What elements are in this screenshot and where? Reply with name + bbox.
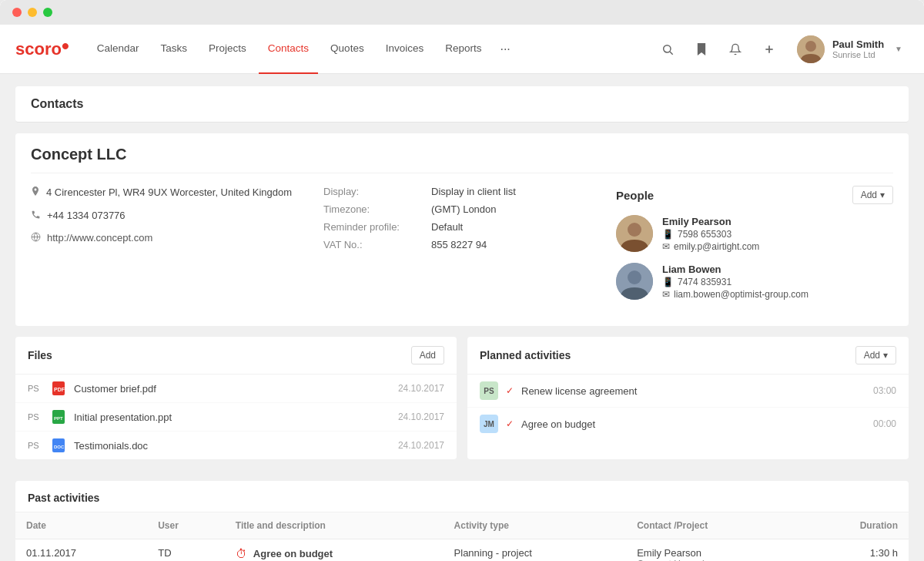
bookmark-icon-btn[interactable] [689, 37, 714, 62]
col-duration: Duration [799, 512, 909, 539]
nav-tasks[interactable]: Tasks [152, 25, 197, 74]
people-add-btn[interactable]: Add ▾ [852, 186, 893, 204]
person-liam-info: Liam Bowen 📱 7474 835931 ✉ liam.bowen@op… [662, 264, 808, 300]
main-content: Contacts Concept LLC 4 Cirencester Pl, W… [0, 74, 924, 561]
table-header-row: Date User Title and description Activity… [15, 512, 909, 539]
nav-reports[interactable]: Reports [436, 25, 490, 74]
file-tag-1: PS [28, 384, 45, 393]
address-item: 4 Cirencester Pl, WR4 9UX Worcester, Uni… [31, 186, 308, 201]
details-col: Display: Display in client list Timezone… [323, 186, 601, 311]
window-close-btn[interactable] [12, 8, 22, 17]
svg-point-11 [628, 270, 641, 284]
past-duration-1: 1:30 h [799, 539, 909, 562]
email-icon-emily: ✉ [662, 241, 670, 252]
add-icon-btn[interactable] [757, 37, 782, 62]
nav-projects[interactable]: Projects [199, 25, 256, 74]
search-icon-btn[interactable] [655, 37, 680, 62]
address-text: 4 Cirencester Pl, WR4 9UX Worcester, Uni… [46, 186, 292, 200]
person-liam-phone: 📱 7474 835931 [662, 277, 808, 287]
nav-invoices[interactable]: Invoices [377, 25, 434, 74]
planned-activity-time-2: 00:00 [873, 418, 896, 429]
website-link[interactable]: http://www.concept.com [47, 231, 152, 245]
past-title-text-1: Agree on budget [253, 548, 333, 559]
past-activities-table: Date User Title and description Activity… [15, 512, 909, 561]
files-title: Files [28, 349, 52, 361]
past-type-1: Planning - project [444, 539, 627, 562]
planned-activity-time-1: 03:00 [873, 385, 896, 396]
user-avatar [797, 35, 825, 63]
past-title-1: ⏱ Agree on budget [225, 539, 444, 562]
file-name-2[interactable]: Initial presentation.ppt [74, 412, 390, 423]
planned-activity-row-1: PS ✓ Renew license agreement 03:00 [467, 375, 909, 408]
person-emily-email: ✉ emily.p@airtight.com [662, 241, 759, 252]
top-navigation: scoro• Calendar Tasks Projects Contacts … [0, 25, 924, 74]
past-activities-title: Past activities [15, 481, 909, 512]
vat-label: VAT No.: [323, 239, 431, 250]
past-activities-section: Past activities Date User Title and desc… [15, 481, 909, 561]
file-row-2: PS PPT Initial presentation.ppt 24.10.20… [15, 403, 457, 432]
activity-clock-icon-1: ⏱ [236, 547, 247, 560]
user-menu[interactable]: Paul Smith Sunrise Ltd ▼ [791, 32, 909, 66]
window-minimize-btn[interactable] [28, 8, 37, 17]
svg-line-1 [670, 52, 673, 55]
svg-text:DOC: DOC [54, 445, 65, 449]
past-date-1: 01.11.2017 [15, 539, 147, 562]
planned-activities-add-btn[interactable]: Add ▾ [855, 346, 896, 364]
planned-activities-card: Planned activities Add ▾ PS ✓ Renew lice… [467, 337, 909, 459]
reminder-value: Default [431, 221, 463, 233]
planned-activity-badge-2: JM [480, 415, 498, 433]
person-liam: Liam Bowen 📱 7474 835931 ✉ liam.bowen@op… [616, 263, 893, 300]
nav-calendar[interactable]: Calendar [88, 25, 149, 74]
logo-text: scoro [15, 39, 62, 59]
company-name: Concept LLC [15, 133, 909, 173]
page-title: Contacts [31, 97, 83, 110]
window-maximize-btn[interactable] [43, 8, 52, 17]
nav-quotes[interactable]: Quotes [321, 25, 373, 74]
files-card: Files Add PS PDF Customer brief.pdf 24.1… [15, 337, 457, 459]
reminder-label: Reminder profile: [323, 221, 431, 233]
timezone-value: (GMT) London [431, 203, 497, 215]
files-activities-section: Files Add PS PDF Customer brief.pdf 24.1… [15, 337, 909, 470]
files-list: PS PDF Customer brief.pdf 24.10.2017 PS … [15, 375, 457, 459]
file-row-1: PS PDF Customer brief.pdf 24.10.2017 [15, 375, 457, 403]
pdf-icon: PDF [52, 381, 66, 395]
display-label: Display: [323, 186, 431, 197]
people-add-chevron: ▾ [880, 190, 885, 200]
display-value: Display in client list [431, 186, 516, 197]
file-date-2: 24.10.2017 [398, 412, 444, 422]
logo[interactable]: scoro• [15, 39, 69, 59]
col-contact-project: Contact /Project [626, 512, 799, 539]
timezone-label: Timezone: [323, 203, 431, 215]
nav-contacts[interactable]: Contacts [259, 25, 318, 74]
phone-icon-emily: 📱 [662, 229, 674, 240]
person-liam-name: Liam Bowen [662, 264, 808, 275]
vat-row: VAT No.: 855 8227 94 [323, 239, 601, 250]
phone-text: +44 1334 073776 [47, 209, 126, 223]
col-activity-type: Activity type [444, 512, 627, 539]
nav-more-btn[interactable]: ··· [494, 36, 516, 62]
person-emily: Emily Pearson 📱 7598 655303 ✉ emily.p@ai… [616, 215, 893, 252]
planned-activities-title: Planned activities [480, 349, 571, 361]
svg-point-9 [628, 223, 641, 237]
svg-point-0 [664, 45, 671, 52]
files-header: Files Add [15, 337, 457, 375]
nav-actions: Paul Smith Sunrise Ltd ▼ [655, 32, 909, 66]
notifications-icon-btn[interactable] [723, 37, 748, 62]
ppt-icon: PPT [52, 410, 66, 424]
past-activity-row-1: 01.11.2017 TD ⏱ Agree on budget Planning… [15, 539, 909, 562]
files-add-btn[interactable]: Add [411, 346, 444, 364]
person-emily-avatar [616, 215, 653, 252]
file-date-1: 24.10.2017 [398, 383, 444, 394]
user-name: Paul Smith [832, 39, 884, 50]
planned-activity-row-2: JM ✓ Agree on budget 00:00 [467, 408, 909, 440]
file-name-3[interactable]: Testimonials.doc [74, 440, 390, 452]
file-tag-2: PS [28, 412, 45, 422]
people-add-label: Add [861, 190, 877, 200]
doc-icon: DOC [52, 438, 66, 452]
file-name-1[interactable]: Customer brief.pdf [74, 383, 390, 395]
page-header: Contacts [15, 86, 909, 123]
person-emily-name: Emily Pearson [662, 216, 759, 227]
person-emily-info: Emily Pearson 📱 7598 655303 ✉ emily.p@ai… [662, 216, 759, 252]
planned-add-label: Add [864, 350, 880, 361]
file-row-3: PS DOC Testimonials.doc 24.10.2017 [15, 432, 457, 459]
